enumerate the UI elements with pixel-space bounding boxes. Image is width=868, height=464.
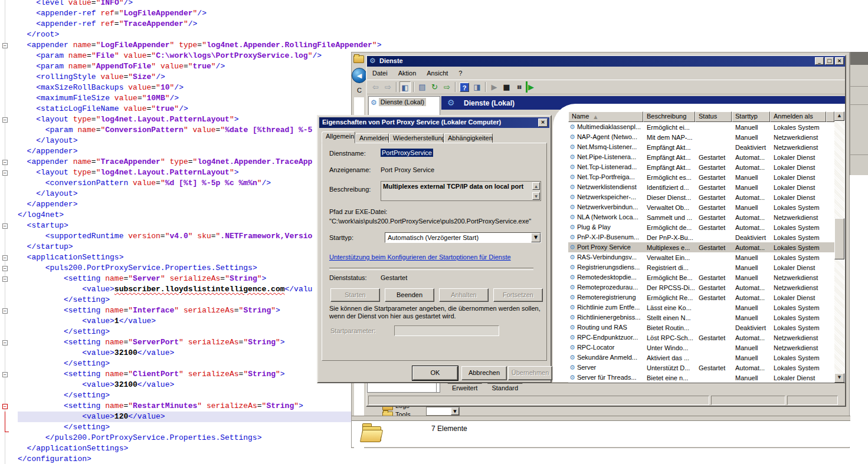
close-icon[interactable]: × <box>538 119 548 127</box>
chevron-down-icon[interactable]: ▼ <box>451 407 459 415</box>
back-button[interactable]: ◀ <box>352 68 367 83</box>
minimize-button[interactable]: _ <box>815 57 824 65</box>
menu-item-datei[interactable]: Datei <box>367 67 393 80</box>
maximize-button[interactable]: □ <box>825 57 834 65</box>
chevron-down-icon[interactable]: ▼ <box>531 233 541 242</box>
service-row[interactable]: ⚙Richtlinie zum Entfe...Lässt eine Ko...… <box>568 302 834 312</box>
help-icon[interactable]: ? <box>460 83 469 92</box>
editor-code-area[interactable]: <level value="INFO"/> <appender-ref ref=… <box>18 0 366 464</box>
fold-marker[interactable]: − <box>2 372 8 377</box>
fold-marker[interactable]: − <box>2 404 8 409</box>
service-row[interactable]: ⚙Remotedesktopdie...Ermöglicht Be...Gest… <box>568 272 834 282</box>
service-row[interactable]: ⚙RPC-Endpunktzuor...Löst RPC-Sch...Gesta… <box>568 333 834 343</box>
tab-allgemein[interactable]: Allgemein <box>322 131 355 143</box>
extended-view-icon[interactable]: ◨ <box>471 81 483 93</box>
menu-item-ansicht[interactable]: Ansicht <box>421 67 453 80</box>
service-row[interactable]: ⚙Richtlinienergebniss...Stellt einen N..… <box>568 312 834 323</box>
abbrechen-button[interactable]: Abbrechen <box>461 366 507 380</box>
tree-item-dienste-lokal[interactable]: ⚙ Dienste (Lokal) <box>371 98 426 107</box>
fold-marker[interactable]: − <box>2 255 8 261</box>
fold-marker[interactable]: − <box>2 117 8 123</box>
scrollbar-thumb[interactable] <box>834 218 844 259</box>
show-console-tree-icon[interactable]: ◧ <box>399 81 411 93</box>
fold-marker[interactable]: − <box>2 43 8 48</box>
fold-marker[interactable]: − <box>2 266 8 271</box>
fold-marker[interactable]: − <box>2 277 8 282</box>
pause-service-icon[interactable]: ▮▮ <box>513 81 525 93</box>
tab-wiederherstellung[interactable]: Wiederherstellung <box>389 133 444 143</box>
service-row[interactable]: ⚙Net.Tcp-Listenerad...Empfängt Akt...Ges… <box>568 162 834 172</box>
service-row[interactable]: ⚙Net.Tcp-Portfreiga...Ermöglicht es...Ge… <box>568 172 834 182</box>
fold-marker[interactable]: − <box>2 170 8 176</box>
service-row[interactable]: ⚙Plug & PlayErmöglicht de...GestartetAut… <box>568 222 834 232</box>
service-row[interactable]: ⚙ServerUnterstützt D...GestartetAutomat.… <box>568 363 834 373</box>
ok-button[interactable]: OK <box>412 366 458 380</box>
description-box[interactable]: Multiplexes external TCP/IP data on loca… <box>381 181 541 201</box>
service-row[interactable]: ⚙RAS-Verbindungsv...Verwaltet Ein...Manu… <box>568 252 834 262</box>
fortsetzen-button[interactable]: Fortsetzen <box>493 288 543 302</box>
list-rows[interactable]: ⚙Multimediaklassenpl...Ermöglicht ei...M… <box>568 122 834 383</box>
back-icon[interactable]: ⇦ <box>370 81 381 93</box>
service-row[interactable]: ⚙Net.Pipe-Listenera...Empfängt Akt...Ges… <box>568 152 834 162</box>
service-row[interactable]: ⚙Remoteprozedurau...Der RPCSS-Di...Gesta… <box>568 282 834 292</box>
service-row[interactable]: ⚙Registrierungsdiens...Registriert di...… <box>568 262 834 272</box>
refresh-icon[interactable]: ↻ <box>429 81 440 93</box>
service-row[interactable]: ⚙RPC-LocatorUnter Windo...ManuellNetzwer… <box>568 343 834 353</box>
scroll-down-icon[interactable]: ▼ <box>834 373 844 383</box>
menu-item-aktion[interactable]: Aktion <box>393 67 422 80</box>
service-row[interactable]: ⚙NAP-Agent (Netwo...Mit dem NAP-...Manue… <box>568 132 834 142</box>
dialog-tabs[interactable]: AllgemeinAnmeldenWiederherstellungAbhäng… <box>322 131 493 143</box>
close-button[interactable]: × <box>835 57 844 65</box>
service-row[interactable]: ⚙RemoteregistrierungErmöglicht Re...Gest… <box>568 292 834 302</box>
services-list[interactable]: Name▲BeschreibungStatusStarttypAnmelden … <box>568 111 834 383</box>
scroll-up-icon[interactable]: ▲ <box>834 111 844 121</box>
services-titlebar[interactable]: ⚙ Dienste _ □ × <box>367 56 845 67</box>
service-row[interactable]: ⚙Multimediaklassenpl...Ermöglicht ei...M… <box>568 122 834 132</box>
anhalten-button[interactable]: Anhalten <box>439 288 489 302</box>
scroll-up-icon[interactable]: ▲ <box>532 182 540 190</box>
menu-item-?[interactable]: ? <box>453 67 467 80</box>
column-header-name[interactable]: Name▲ <box>568 111 643 122</box>
stop-service-icon[interactable]: ■ <box>501 81 512 93</box>
export-list-icon[interactable]: ⇨ <box>441 81 453 93</box>
service-row[interactable]: ⚙Netzwerkspeicher-...Dieser Dienst...Ges… <box>568 192 834 202</box>
service-row[interactable]: ⚙Net.Msmq-Listener...Empfängt Akt...Deak… <box>568 142 834 152</box>
service-row[interactable]: ⚙Server für Threads...Bietet eine n...Ma… <box>568 373 834 383</box>
service-row[interactable]: ⚙Routing und RASBietet Routin...Deaktivi… <box>568 323 834 333</box>
startparameter-input[interactable] <box>394 325 499 336</box>
starten-button[interactable]: Starten <box>330 288 380 302</box>
view-tab-standard[interactable]: Standard <box>482 383 528 394</box>
fold-marker[interactable]: − <box>2 340 8 345</box>
fold-marker[interactable]: − <box>2 308 8 314</box>
service-row[interactable]: ⚙NetzwerklistendienstIdentifiziert d...G… <box>568 182 834 192</box>
column-header-status[interactable]: Status <box>695 111 732 122</box>
service-row[interactable]: ⚙Netzwerkverbindun...Verwaltet Ob...Gest… <box>568 202 834 212</box>
filename-combobox[interactable]: ▼ <box>426 407 460 416</box>
dialog-titlebar[interactable]: Eigenschaften von Port Proxy Service (Lo… <box>319 117 549 128</box>
fold-marker[interactable]: − <box>2 223 8 229</box>
service-row[interactable]: ⚙PnP-X-IP-Busenum...Der PnP-X-Bu...Deakt… <box>568 232 834 242</box>
column-header-beschreibung[interactable]: Beschreibung <box>643 111 695 122</box>
column-header-starttyp[interactable]: Starttyp <box>732 111 770 122</box>
service-row[interactable]: ⚙NLA (Network Loca...Sammelt und ...Gest… <box>568 212 834 222</box>
column-header-stub[interactable] <box>826 111 834 122</box>
column-header-anmeldenals[interactable]: Anmelden als <box>770 111 826 122</box>
restart-service-icon[interactable]: ▶ <box>526 81 534 93</box>
beenden-button[interactable]: Beenden <box>385 288 434 302</box>
service-row[interactable]: ⚙Sekundäre Anmeld...Aktiviert das ...Man… <box>568 353 834 363</box>
start-service-icon[interactable]: ▶ <box>489 81 500 93</box>
service-row[interactable]: ⚙Port Proxy ServiceMultiplexes e...Gesta… <box>568 242 834 252</box>
tab-anmelden[interactable]: Anmelden <box>355 133 389 143</box>
scroll-down-icon[interactable]: ▼ <box>532 192 540 200</box>
view-tab-erweitert[interactable]: Erweitert <box>443 383 487 394</box>
tab-abhängigkeiten[interactable]: Abhängigkeiten <box>444 133 493 143</box>
uebernehmen-button[interactable]: Übernehmen <box>508 366 552 380</box>
list-header[interactable]: Name▲BeschreibungStatusStarttypAnmelden … <box>568 111 834 122</box>
startoptions-help-link[interactable]: Unterstützung beim Konfigurieren der Sta… <box>329 254 511 261</box>
starttype-dropdown[interactable]: Automatisch (Verzögerter Start) ▼ <box>385 232 541 243</box>
fold-marker[interactable]: − <box>2 160 8 165</box>
forward-icon[interactable]: ⇨ <box>382 81 394 93</box>
list-vertical-scrollbar[interactable]: ▲ ▼ <box>834 111 844 383</box>
editor-gutter[interactable]: −−−−−−−−−−−− <box>0 0 18 464</box>
properties-icon[interactable]: ▤ <box>417 81 428 93</box>
